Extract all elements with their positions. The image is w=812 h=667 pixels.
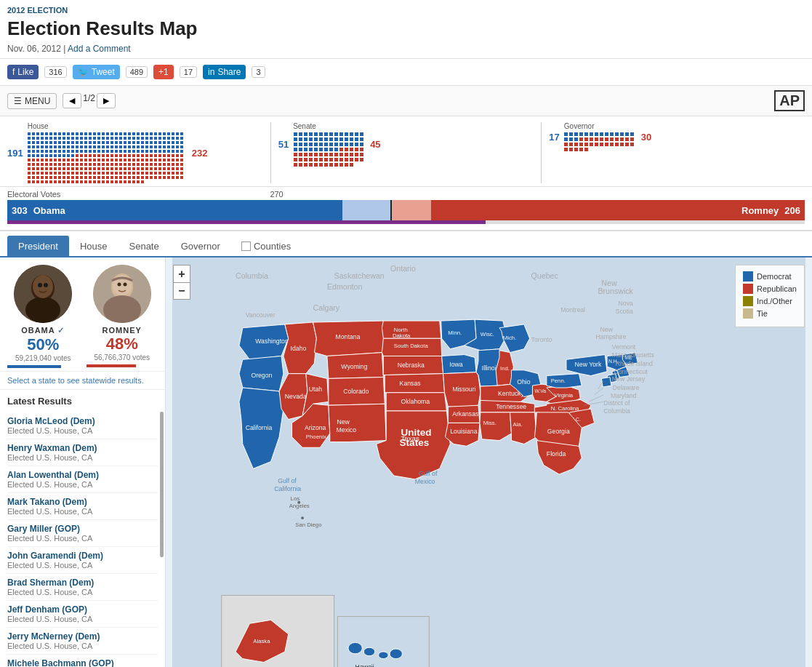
svg-text:Hawaii: Hawaii [355, 663, 374, 667]
counties-checkbox-container[interactable]: Counties [231, 236, 301, 256]
svg-text:South Dakota: South Dakota [394, 343, 429, 349]
alabama-state[interactable] [510, 412, 537, 444]
tie-color-swatch [743, 308, 753, 319]
page-indicator: 1/2 [83, 93, 95, 108]
svg-point-3 [33, 275, 53, 298]
svg-text:Saskatchewan: Saskatchewan [334, 271, 385, 280]
threshold-tick [390, 200, 392, 220]
svg-point-104 [363, 647, 374, 656]
election-label: 2012 ELECTION Election Results Map Nov. … [0, 0, 812, 59]
senate-title: Senate [293, 122, 366, 130]
next-arrow[interactable]: ▶ [97, 93, 116, 108]
counties-label: Counties [254, 241, 291, 252]
tab-president[interactable]: President [7, 236, 69, 256]
electoral-threshold: 270 [270, 190, 283, 199]
svg-text:Wisc.: Wisc. [481, 331, 494, 338]
svg-text:Florida: Florida [547, 450, 566, 458]
electoral-bar: 303 Obama Romney 206 [7, 200, 805, 220]
svg-text:Tennessee: Tennessee [496, 403, 526, 410]
publish-date: Nov. 06, 2012 [7, 44, 61, 54]
romney-avatar [93, 265, 151, 323]
svg-text:Georgia: Georgia [547, 428, 570, 435]
candidate-romney: ROMNEY 48% 56,766,370 votes [87, 265, 158, 368]
result-item[interactable]: John Garamendi (Dem)Elected U.S. House, … [7, 547, 158, 574]
svg-text:Vancouver: Vancouver [246, 311, 276, 319]
svg-text:W.Va: W.Va [534, 388, 546, 394]
prev-arrow[interactable]: ◀ [63, 93, 81, 108]
hamburger-icon: ☰ [14, 96, 22, 106]
menu-label: MENU [25, 96, 50, 106]
ind-color-swatch [743, 296, 753, 306]
tab-house[interactable]: House [69, 236, 118, 256]
facebook-like-button[interactable]: f Like [7, 65, 39, 79]
select-state-message: Select a state to see statewide results. [0, 372, 165, 390]
house-stats: 191 House 232 [7, 122, 263, 183]
tab-senate[interactable]: Senate [118, 236, 170, 256]
svg-point-11 [123, 283, 126, 287]
svg-text:Ohio: Ohio [517, 378, 531, 386]
result-item[interactable]: Jeff Denham (GOP)Elected U.S. House, CA [7, 601, 158, 628]
north-dakota-state[interactable] [382, 321, 441, 338]
svg-text:Mexico: Mexico [415, 478, 435, 485]
svg-text:Mich.: Mich. [503, 335, 516, 341]
tie-label: Tie [757, 309, 768, 318]
obama-avatar [14, 265, 72, 323]
counties-checkbox[interactable] [241, 241, 251, 251]
linkedin-share-button[interactable]: in Share [203, 65, 246, 79]
election-year-label: 2012 ELECTION [0, 0, 812, 16]
fb-icon: f [12, 67, 15, 77]
googleplus-button[interactable]: +1 [153, 65, 174, 79]
stats-divider-1 [270, 122, 271, 183]
dem-color-swatch [743, 271, 753, 281]
svg-text:Ind.: Ind. [500, 365, 510, 372]
zoom-out-button[interactable]: − [173, 282, 190, 300]
svg-text:Maryland: Maryland [611, 392, 637, 399]
svg-text:Arkansas: Arkansas [452, 410, 479, 418]
legend-independent: Ind./Other [743, 296, 797, 306]
governor-stats: 17 Governor 30 [549, 122, 805, 151]
result-item[interactable]: Henry Waxman (Dem)Elected U.S. House, CA [7, 439, 158, 466]
romney-name: ROMNEY [87, 326, 158, 335]
scroll-indicator[interactable] [160, 412, 164, 557]
svg-text:Scotia: Scotia [616, 308, 633, 315]
twitter-tweet-button[interactable]: 🐦 Tweet [73, 65, 120, 79]
result-item[interactable]: Gary Miller (GOP)Elected U.S. House, CA [7, 520, 158, 547]
legend-republican: Republican [743, 284, 797, 294]
result-item[interactable]: Jerry McNerney (Dem)Elected U.S. House, … [7, 628, 158, 655]
svg-text:United: United [401, 427, 432, 438]
legend-tie: Tie [743, 308, 797, 319]
svg-text:Penn.: Penn. [551, 378, 566, 384]
social-bar: f Like 316 🐦 Tweet 489 +1 17 in Share 3 [0, 59, 812, 86]
svg-text:Missouri: Missouri [452, 386, 475, 393]
obama-pct: 50% [7, 335, 79, 354]
result-item[interactable]: Gloria McLeod (Dem)Elected U.S. House, C… [7, 412, 158, 439]
gp-label: +1 [158, 67, 169, 77]
gp-count: 17 [180, 66, 197, 78]
result-item[interactable]: Brad Sherman (Dem)Elected U.S. House, CA [7, 574, 158, 601]
menu-button[interactable]: ☰ MENU [7, 93, 57, 109]
tab-governor[interactable]: Governor [170, 236, 231, 256]
li-label: Share [217, 67, 241, 77]
svg-marker-68 [601, 378, 611, 388]
ap-logo: AP [774, 90, 805, 111]
svg-text:Oregon: Oregon [251, 372, 272, 379]
house-rep-seats: 232 [192, 148, 208, 159]
fb-count: 316 [44, 66, 66, 78]
stats-divider-2 [541, 122, 542, 183]
svg-text:Quebec: Quebec [531, 271, 559, 280]
svg-text:Miss.: Miss. [483, 420, 497, 426]
obama-bar-light [342, 200, 390, 220]
svg-text:Washington: Washington [255, 338, 289, 345]
nav-bar: ☰ MENU ◀ 1/2 ▶ AP [0, 86, 812, 116]
result-item[interactable]: Michele Bachmann (GOP)Elected U.S. House… [7, 655, 158, 667]
result-item[interactable]: Alan Lowenthal (Dem)Elected U.S. House, … [7, 466, 158, 493]
tw-label: Tweet [92, 67, 115, 77]
result-item[interactable]: Mark Takano (Dem)Elected U.S. House, CA [7, 493, 158, 520]
us-election-map[interactable]: Saskatchewan Columbia Edmonton Ontario C… [166, 257, 812, 667]
svg-rect-102 [337, 617, 429, 667]
svg-text:Idaho: Idaho [291, 345, 307, 352]
svg-point-94 [301, 516, 304, 519]
obama-bar-solid: 303 Obama [7, 200, 342, 220]
zoom-in-button[interactable]: + [173, 265, 190, 282]
add-comment-link[interactable]: Add a Comment [68, 44, 131, 54]
